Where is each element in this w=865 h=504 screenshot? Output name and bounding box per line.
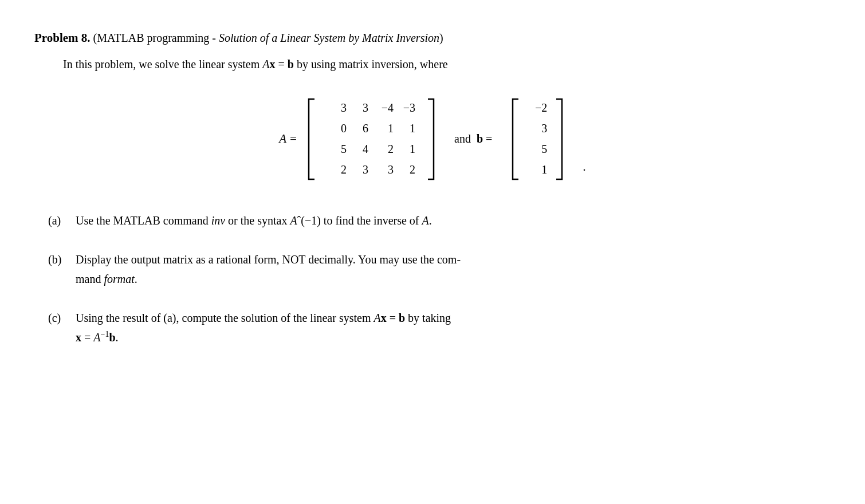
matrix-b-equation: −2 3 5 1 (508, 96, 567, 182)
part-c-text: Using the result of (a), compute the sol… (76, 308, 451, 347)
and-text: and (454, 132, 471, 145)
intro-line: In this problem, we solve the linear sys… (63, 55, 831, 73)
matrix-a-label: A = (279, 132, 297, 146)
part-b: (b) Display the output matrix as a ratio… (48, 250, 831, 289)
matrix-a-grid: 3 3 −4 −3 0 6 1 1 5 4 2 1 2 3 3 2 (324, 96, 419, 182)
matrix-cell: −4 (374, 101, 394, 115)
page-content: Problem 8. (MATLAB programming - Solutio… (34, 29, 831, 347)
problem-title-prefix: (MATLAB programming - (93, 32, 219, 44)
matrix-cell: 6 (352, 122, 368, 135)
matrix-display: A = 3 3 −4 −3 0 6 1 1 5 4 2 1 (34, 96, 831, 182)
part-b-line1: Display the output matrix as a rational … (76, 250, 461, 269)
matrix-cell: 3 (374, 163, 394, 176)
matrix-cell: 3 (327, 101, 347, 115)
b-bold-label: b = (477, 132, 492, 145)
period-after-matrix: . (583, 159, 586, 174)
matrix-cell: 1 (374, 122, 394, 135)
matrix-cell: 3 (352, 101, 368, 115)
problem-title-close: ) (439, 32, 443, 44)
matrix-cell: 5 (327, 143, 347, 156)
matrix-cell: 2 (399, 163, 415, 176)
matrix-cell: 4 (352, 143, 368, 156)
part-c-line2: x = A−1b. (76, 328, 451, 347)
matrix-cell: 3 (352, 163, 368, 176)
bracket-right-b (554, 97, 567, 182)
problem-number: Problem 8. (34, 31, 91, 45)
matrix-cell: 1 (399, 122, 415, 135)
matrix-cell: 0 (327, 122, 347, 135)
matrix-cell: 2 (374, 143, 394, 156)
parts-section: (a) Use the MATLAB command inv or the sy… (48, 211, 831, 347)
matrix-cell: 3 (528, 122, 547, 135)
part-b-label: (b) (48, 250, 69, 269)
matrix-cell: 5 (528, 143, 547, 156)
problem-header: Problem 8. (MATLAB programming - Solutio… (34, 29, 831, 48)
bracket-right-a (426, 97, 438, 182)
bracket-left-b (508, 97, 521, 182)
matrix-cell: −2 (528, 101, 547, 115)
part-a-label: (a) (48, 211, 69, 230)
matrix-a-equation: A = 3 3 −4 −3 0 6 1 1 5 4 2 1 (279, 96, 438, 182)
part-b-text: Display the output matrix as a rational … (76, 250, 461, 289)
bracket-left-a (304, 97, 317, 182)
matrix-cell: 1 (528, 163, 547, 176)
and-b-label: and b = (454, 132, 492, 145)
problem-title-italic: Solution of a Linear System by Matrix In… (219, 32, 439, 44)
matrix-b-grid: −2 3 5 1 (523, 96, 552, 182)
part-c: (c) Using the result of (a), compute the… (48, 308, 831, 347)
matrix-cell: 2 (327, 163, 347, 176)
part-a-text: Use the MATLAB command inv or the syntax… (76, 211, 432, 230)
part-b-line2: mand format. (76, 269, 461, 289)
part-a: (a) Use the MATLAB command inv or the sy… (48, 211, 831, 230)
part-c-label: (c) (48, 308, 69, 328)
matrix-cell: 1 (399, 143, 415, 156)
part-c-line1: Using the result of (a), compute the sol… (76, 308, 451, 328)
matrix-cell: −3 (399, 101, 415, 115)
